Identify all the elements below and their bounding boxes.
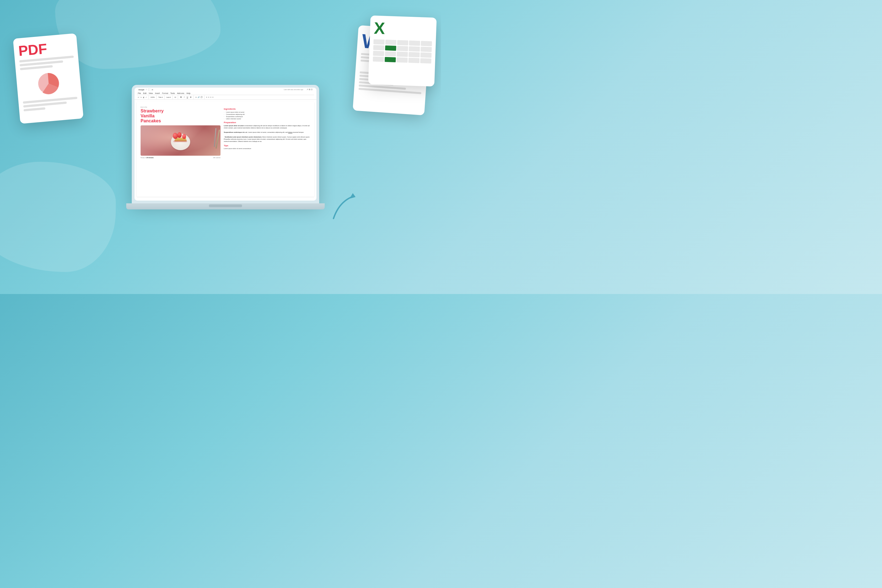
excel-cell-green: [385, 45, 396, 51]
doc-page: RECIPE Strawberry Vanilla Pancakes: [137, 102, 314, 197]
excel-cell: [373, 57, 384, 62]
tips-heading: Tips: [224, 144, 310, 147]
docs-menu-bar[interactable]: File Edit View Insert Format Tools Add-o…: [137, 92, 314, 95]
redo-icon[interactable]: ↪: [140, 96, 142, 98]
align-left-button[interactable]: ≡: [206, 96, 207, 98]
excel-card: X: [368, 15, 437, 87]
insert-comment-button[interactable]: 💬: [201, 96, 202, 98]
excel-cell: [420, 52, 432, 58]
recipe-image: [141, 125, 220, 156]
laptop-screen-outer: recipe ☆ ⛶ ☁ Last edit was seconds ago ↗…: [132, 85, 319, 203]
folder-icon[interactable]: ⛶: [148, 89, 150, 91]
doc-right-column: Ingredients Lorem ipsum dolor sit amet C…: [224, 106, 310, 192]
recipe-title-line2: Vanilla: [141, 114, 154, 118]
star-icon[interactable]: ☆: [146, 88, 147, 91]
excel-cell: [409, 46, 420, 51]
align-right-button[interactable]: ≡: [210, 96, 212, 98]
spellcheck-icon[interactable]: ✓: [146, 96, 147, 98]
bold-button[interactable]: B: [180, 96, 182, 98]
align-center-button[interactable]: ≡: [208, 96, 210, 98]
menu-tools[interactable]: Tools: [170, 92, 175, 94]
blob-decoration-left: [0, 162, 116, 272]
excel-cell: [386, 40, 397, 45]
font-family-dropdown[interactable]: Lato ▾: [166, 96, 171, 98]
calories-text: 280 calories: [213, 157, 220, 158]
calories-row: Ready in 20 minutes 280 calories: [141, 157, 220, 158]
strikethrough-button[interactable]: S̶: [190, 96, 192, 99]
menu-file[interactable]: File: [138, 92, 141, 94]
excel-cell: [421, 41, 432, 46]
style-dropdown[interactable]: Title ▾: [158, 96, 163, 98]
tips-text: Lorem ipsum dolor sit amet consectetuer: [224, 148, 310, 150]
excel-cell: [373, 51, 384, 56]
pdf-chart: [20, 69, 77, 98]
toolbar-separator: [172, 95, 173, 99]
menu-addons[interactable]: Add-ons: [177, 92, 184, 94]
ingredient-3: Suspendisse scelerisque: [224, 116, 310, 118]
toolbar-separator: [194, 95, 194, 99]
recipe-title-line1: Strawberry: [141, 108, 164, 113]
menu-edit[interactable]: Edit: [143, 92, 146, 94]
excel-cell: [408, 52, 420, 57]
excel-cell: [397, 57, 408, 63]
excel-cell-green: [385, 57, 396, 62]
excel-cell: [421, 46, 432, 52]
link-button[interactable]: 🔗: [198, 96, 200, 98]
blob-decoration-top: [55, 0, 220, 69]
pdf-label: PDF: [18, 39, 74, 58]
docs-toolbar-row: ↩ ↪ 🖨 ✓ 100% Title ▾ Lato ▾ 12 B I U: [137, 95, 314, 99]
laptop-base: [126, 203, 325, 209]
font-size-field[interactable]: 12: [174, 96, 176, 98]
ingredient-1: Lorem ipsum dolor sit amet: [224, 111, 310, 113]
pdf-line: [23, 107, 45, 111]
ingredients-heading: Ingredients: [224, 108, 310, 110]
excel-cell: [408, 58, 420, 63]
recipe-title: Strawberry Vanilla Pancakes: [141, 108, 220, 124]
docs-filename: recipe: [138, 88, 144, 91]
toolbar-separator: [164, 95, 165, 99]
cloud-icon: ☁: [152, 88, 153, 91]
excel-cell: [373, 45, 384, 50]
docs-toolbar: recipe ☆ ⛶ ☁ Last edit was seconds ago ↗…: [135, 88, 316, 100]
recipe-title-line3: Pancakes: [141, 118, 161, 123]
print-icon[interactable]: 🖨: [143, 96, 144, 98]
underline-button[interactable]: U: [186, 96, 189, 98]
pdf-lines-bottom: [23, 97, 78, 111]
ingredients-list: Lorem ipsum dolor sit amet Consectetuer …: [224, 111, 310, 120]
menu-insert[interactable]: Insert: [155, 92, 160, 94]
share-controls: ↗ ⊞ ⊡: [306, 88, 312, 91]
ready-in-text: Ready in 20 minutes: [141, 157, 153, 158]
recipe-label: RECIPE: [141, 106, 220, 108]
zoom-level[interactable]: 100%: [150, 96, 154, 98]
excel-cell: [385, 51, 396, 57]
menu-help[interactable]: Help: [187, 92, 190, 94]
italic-button[interactable]: I: [183, 96, 185, 98]
preparation-heading: Preparation: [224, 121, 310, 124]
arrow-decoration: [328, 191, 361, 225]
excel-cell: [397, 51, 408, 57]
laptop-screen[interactable]: recipe ☆ ⛶ ☁ Last edit was seconds ago ↗…: [135, 88, 316, 201]
last-edit-status: Last edit was seconds ago: [284, 89, 303, 90]
docs-title-bar: recipe ☆ ⛶ ☁ Last edit was seconds ago ↗…: [137, 88, 314, 92]
excel-cell: [397, 40, 408, 45]
menu-format[interactable]: Format: [162, 92, 168, 94]
undo-icon[interactable]: ↩: [138, 96, 139, 98]
toolbar-separator: [148, 95, 149, 99]
excel-grid: [373, 39, 432, 63]
ingredient-2: Consectetuer adipiscing elit: [224, 113, 310, 116]
menu-view[interactable]: View: [148, 92, 153, 94]
excel-logo: X: [374, 20, 433, 38]
preparation-text: Lorem ipsum dolor sit amet consectetuer …: [224, 124, 310, 143]
svg-marker-3: [350, 193, 356, 199]
font-color-button[interactable]: A: [195, 96, 196, 98]
align-justify-button[interactable]: ≡: [213, 96, 214, 98]
ingredient-4: Libero interdum auctor: [224, 118, 310, 120]
doc-content: RECIPE Strawberry Vanilla Pancakes: [135, 100, 316, 199]
word-line: [358, 88, 422, 94]
excel-cell: [374, 39, 385, 44]
pdf-card: PDF: [13, 33, 84, 124]
excel-cell: [409, 40, 420, 46]
excel-cell: [420, 58, 431, 63]
laptop: recipe ☆ ⛶ ☁ Last edit was seconds ago ↗…: [132, 85, 325, 209]
excel-cell: [397, 46, 408, 51]
